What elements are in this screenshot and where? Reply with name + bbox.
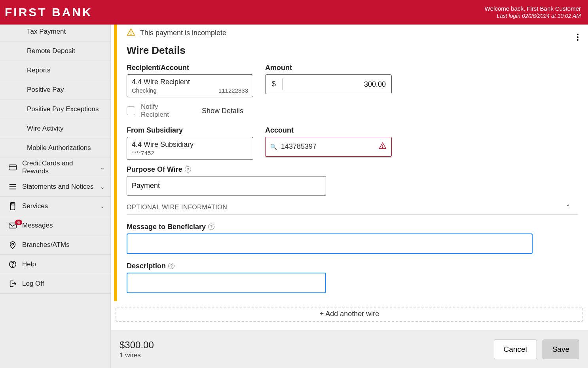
sidebar-item-label: Log Off	[20, 280, 105, 288]
desc-label-text: Description	[127, 262, 166, 270]
sidebar-item-branches[interactable]: Branches/ATMs	[0, 235, 110, 255]
svg-point-10	[12, 266, 13, 266]
wire-card: This payment is incomplete Wire Details …	[114, 25, 585, 301]
notify-recipient-checkbox[interactable]	[127, 106, 135, 115]
subsidiary-mask: ****7452	[132, 150, 154, 156]
svg-point-8	[12, 243, 14, 245]
account-input[interactable]	[281, 142, 379, 151]
welcome-block: Welcome back, First Bank Customer Last l…	[485, 5, 581, 19]
svg-point-14	[382, 147, 383, 148]
help-icon[interactable]: ?	[168, 263, 175, 269]
currency-symbol: $	[266, 79, 283, 90]
search-icon: 🔍	[270, 144, 277, 150]
sidebar-item-label: Branches/ATMs	[20, 241, 105, 249]
purpose-value: Payment	[132, 182, 160, 190]
description-input[interactable]	[127, 273, 326, 293]
account-label: Account	[265, 126, 392, 135]
sidebar-item-services[interactable]: Services ⌄	[0, 197, 110, 216]
pin-icon	[6, 241, 20, 249]
amount-input-wrapper: $	[265, 74, 392, 94]
sidebar-item-remote-deposit[interactable]: Remote Deposit	[0, 42, 110, 61]
sidebar-item-label: Mobile Authorizations	[27, 144, 91, 152]
sidebar-item-label: Positive Pay Exceptions	[27, 105, 99, 113]
sidebar: Tax Payment Remote Deposit Reports Posit…	[0, 25, 111, 368]
show-details-link[interactable]: Show Details	[202, 107, 243, 115]
purpose-input[interactable]: Payment	[127, 176, 326, 196]
error-icon	[379, 142, 387, 152]
sidebar-item-label: Services	[20, 202, 100, 210]
sidebar-item-label: Statements and Notices	[20, 183, 100, 191]
recipient-account-type: Checking	[132, 87, 157, 94]
cancel-button[interactable]: Cancel	[494, 340, 537, 359]
sidebar-item-positive-pay[interactable]: Positive Pay	[0, 80, 110, 100]
chevron-down-icon: ⌄	[100, 164, 105, 171]
sidebar-item-messages[interactable]: 6 Messages	[0, 216, 110, 235]
purpose-label: Purpose Of Wire ?	[127, 165, 585, 174]
total-amount: $300.00	[119, 340, 154, 351]
help-icon[interactable]: ?	[185, 166, 191, 173]
help-icon[interactable]: ?	[208, 224, 214, 230]
recipient-label: Recipient/Account	[127, 64, 253, 72]
purpose-label-text: Purpose Of Wire	[127, 165, 182, 174]
chevron-down-icon: ⌄	[100, 184, 105, 190]
mail-icon: 6	[6, 221, 20, 230]
welcome-text: Welcome back, First Bank Customer	[485, 5, 581, 13]
sidebar-item-label: Messages	[20, 222, 105, 230]
sidebar-item-wire-activity[interactable]: Wire Activity	[0, 119, 110, 138]
svg-point-12	[131, 34, 131, 35]
recipient-name: 4.4 Wire Recipient	[132, 78, 248, 86]
chevron-up-icon: ˄	[567, 204, 570, 211]
amount-input[interactable]	[283, 75, 391, 94]
chevron-down-icon: ⌄	[100, 203, 105, 209]
add-another-wire-button[interactable]: + Add another wire	[116, 307, 583, 322]
sidebar-item-help[interactable]: Help	[0, 255, 110, 274]
warning-text: This payment is incomplete	[140, 29, 226, 37]
sidebar-item-reports[interactable]: Reports	[0, 61, 110, 80]
sidebar-item-tax-payment[interactable]: Tax Payment	[0, 25, 110, 42]
message-to-beneficiary-label: Message to Beneficiary ?	[127, 223, 585, 231]
recipient-select[interactable]: 4.4 Wire Recipient Checking 111222333	[127, 74, 253, 97]
from-subsidiary-label: From Subsidiary	[127, 126, 253, 135]
sidebar-item-logoff[interactable]: Log Off	[0, 274, 110, 294]
save-button[interactable]: Save	[542, 340, 579, 359]
from-subsidiary-select[interactable]: 4.4 Wire Subsidiary ****7452	[127, 137, 253, 160]
sidebar-item-positive-pay-exceptions[interactable]: Positive Pay Exceptions	[0, 100, 110, 119]
notify-recipient-label: Notify Recipient	[141, 103, 173, 119]
warning-icon	[127, 28, 135, 38]
wire-count: 1 wires	[119, 351, 154, 359]
sidebar-item-mobile-authorizations[interactable]: Mobile Authorizations	[0, 138, 110, 158]
sidebar-item-label: Positive Pay	[27, 86, 64, 94]
sidebar-item-label: Remote Deposit	[27, 47, 75, 55]
optional-section-title: OPTIONAL WIRE INFORMATION	[127, 204, 227, 211]
amount-label: Amount	[265, 64, 392, 72]
sidebar-item-label: Reports	[27, 66, 51, 74]
footer-bar: $300.00 1 wires Cancel Save	[111, 330, 588, 368]
sidebar-item-label: Tax Payment	[27, 28, 66, 36]
bank-logo: FIRST BANK	[5, 6, 93, 19]
account-search-field[interactable]: 🔍	[265, 137, 392, 157]
message-to-beneficiary-input[interactable]	[127, 233, 533, 254]
more-actions-button[interactable]	[577, 32, 579, 42]
optional-section-toggle[interactable]: OPTIONAL WIRE INFORMATION ˄	[127, 199, 578, 215]
app-header: FIRST BANK Welcome back, First Bank Cust…	[0, 0, 588, 25]
svg-rect-0	[9, 165, 16, 170]
menu-icon	[6, 182, 20, 191]
section-title: Wire Details	[127, 44, 585, 57]
sidebar-item-label: Wire Activity	[27, 125, 64, 133]
device-icon	[6, 202, 20, 211]
sidebar-item-credit-cards[interactable]: Credit Cards and Rewards ⌄	[0, 158, 110, 177]
last-login-text: Last login 02/26/2024 at 10:02 AM	[485, 13, 581, 20]
sidebar-item-statements[interactable]: Statements and Notices ⌄	[0, 177, 110, 197]
sidebar-item-label: Credit Cards and Rewards	[20, 159, 100, 175]
svg-rect-6	[11, 203, 14, 205]
logout-icon	[6, 279, 20, 288]
messages-badge: 6	[15, 220, 22, 225]
main-panel: This payment is incomplete Wire Details …	[111, 25, 588, 368]
recipient-account-number: 111222333	[218, 87, 248, 94]
help-icon	[6, 260, 20, 269]
subsidiary-name: 4.4 Wire Subsidiary	[132, 140, 248, 149]
description-label: Description ?	[127, 262, 585, 270]
card-icon	[6, 163, 20, 172]
msg-label-text: Message to Beneficiary	[127, 223, 206, 231]
sidebar-item-label: Help	[20, 260, 105, 268]
